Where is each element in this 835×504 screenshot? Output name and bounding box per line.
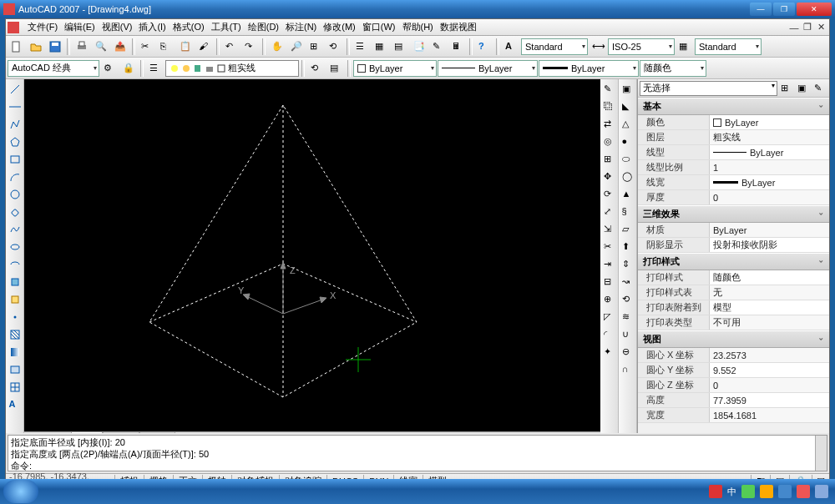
linetype-dropdown[interactable]: ByLayer [438, 60, 538, 77]
property-row[interactable]: 线型ByLayer [638, 145, 829, 160]
copy-button[interactable]: ⎘ [157, 38, 175, 56]
property-row[interactable]: 图层粗实线 [638, 130, 829, 145]
scale-tool[interactable]: ⤢ [601, 204, 618, 220]
property-row[interactable]: 圆心 Y 坐标9.552 [638, 363, 829, 378]
layer-props-button[interactable]: ☰ [146, 59, 164, 78]
property-group-header[interactable]: 三维效果 [638, 205, 829, 223]
undo-button[interactable]: ↶ [222, 38, 240, 56]
color-dropdown[interactable]: ByLayer [353, 60, 437, 77]
region-tool[interactable] [7, 361, 23, 378]
copy-tool[interactable]: ⿻ [601, 98, 618, 115]
box-tool[interactable]: ▣ [620, 81, 636, 98]
property-row[interactable]: 颜色ByLayer [638, 115, 829, 130]
property-row[interactable]: 打印样式表无 [638, 285, 829, 300]
calc-button[interactable]: 🖩 [448, 38, 467, 56]
explode-tool[interactable]: ✦ [601, 344, 618, 360]
line-tool[interactable] [7, 81, 23, 98]
property-value[interactable]: 不可用 [710, 315, 829, 330]
selection-dropdown[interactable]: 无选择 [640, 81, 777, 96]
tab-first-button[interactable]: ⏮ [24, 433, 36, 434]
tray-icon[interactable] [760, 485, 773, 498]
property-value[interactable]: 无 [710, 285, 829, 300]
new-button[interactable] [8, 38, 26, 56]
property-value[interactable]: 随颜色 [710, 270, 829, 285]
tray-icon[interactable] [741, 485, 755, 498]
menu-item[interactable]: 编辑(E) [61, 20, 99, 35]
cone-tool[interactable]: △ [620, 116, 636, 133]
gradient-tool[interactable] [7, 344, 23, 360]
print-button[interactable] [73, 38, 91, 56]
property-value[interactable]: 23.2573 [710, 348, 829, 362]
property-value[interactable]: 粗实线 [710, 130, 829, 144]
menu-item[interactable]: 文件(F) [24, 20, 61, 35]
property-value[interactable]: ByLayer [710, 115, 829, 129]
mdi-close-button[interactable]: ✕ [814, 22, 827, 33]
property-row[interactable]: 阴影显示投射和接收阴影 [638, 238, 829, 253]
torus-tool[interactable]: ◯ [620, 169, 636, 185]
open-button[interactable] [27, 38, 45, 56]
select-objects-button[interactable]: ▣ [796, 81, 811, 96]
array-tool[interactable]: ⊞ [601, 151, 618, 168]
spline-tool[interactable] [7, 221, 23, 238]
layout-tab[interactable]: 布局2 [139, 432, 176, 433]
tray-icon[interactable] [778, 485, 792, 498]
property-row[interactable]: 高度77.3959 [638, 393, 829, 408]
window-minimize-button[interactable]: — [750, 3, 772, 16]
property-value[interactable]: 投射和接收阴影 [710, 238, 829, 252]
menu-item[interactable]: 修改(M) [320, 20, 359, 35]
zoom-button[interactable]: 🔎 [287, 38, 306, 56]
planar-tool[interactable]: ▱ [620, 221, 636, 238]
match-props-button[interactable]: 🖌 [195, 38, 214, 56]
tab-last-button[interactable]: ⏭ [59, 433, 71, 434]
cylinder-tool[interactable]: ⬭ [620, 151, 636, 168]
menu-item[interactable]: 标注(N) [282, 20, 320, 35]
design-center-button[interactable]: ▦ [372, 38, 390, 56]
menu-item[interactable]: 数据视图 [437, 20, 480, 35]
property-row[interactable]: 圆心 X 坐标23.2573 [638, 348, 829, 363]
property-value[interactable]: 9.552 [710, 363, 829, 377]
tray-ime-icon[interactable] [709, 485, 722, 498]
property-value[interactable]: 1 [710, 160, 829, 174]
ellipse-arc-tool[interactable] [7, 256, 23, 273]
sphere-tool[interactable]: ● [620, 134, 636, 150]
property-group-header[interactable]: 基本 [638, 98, 829, 115]
markup-button[interactable]: ✎ [429, 38, 448, 56]
layer-prev-button[interactable]: ⟲ [307, 59, 326, 78]
union-tool[interactable]: ∪ [620, 326, 636, 343]
zoom-window-button[interactable]: ⊞ [306, 38, 325, 56]
layout-tab[interactable]: 布局1 [103, 432, 139, 433]
menu-item[interactable]: 工具(T) [208, 20, 245, 35]
save-button[interactable] [46, 38, 64, 56]
join-tool[interactable]: ⊕ [601, 291, 618, 308]
command-line[interactable]: 指定底面半径或 [内接(I)]: 20 指定高度或 [两点(2P)/轴端点(A)… [8, 435, 827, 471]
property-value[interactable]: ByLayer [710, 175, 829, 189]
helix-tool[interactable]: § [620, 204, 636, 220]
menu-item[interactable]: 视图(V) [99, 20, 136, 35]
workspace-lock-button[interactable]: 🔒 [119, 59, 138, 78]
help-button[interactable]: ? [475, 38, 493, 56]
break-tool[interactable]: ⊟ [601, 274, 618, 290]
point-tool[interactable] [7, 309, 23, 325]
property-value[interactable]: ByLayer [710, 145, 829, 159]
property-value[interactable]: 0 [710, 378, 829, 392]
lineweight-dropdown[interactable]: ByLayer [539, 60, 639, 77]
property-row[interactable]: 宽度1854.1681 [638, 408, 829, 423]
redo-button[interactable]: ↷ [241, 38, 260, 56]
menu-item[interactable]: 插入(I) [135, 20, 169, 35]
extrude-tool[interactable]: ⬆ [620, 239, 636, 255]
move-tool[interactable]: ✥ [601, 169, 618, 185]
tab-prev-button[interactable]: ◀ [36, 433, 48, 434]
menu-item[interactable]: 窗口(W) [359, 20, 399, 35]
plotstyle-dropdown[interactable]: 随颜色 [640, 60, 706, 77]
subtract-tool[interactable]: ⊖ [620, 344, 636, 360]
polygon-tool[interactable] [7, 134, 23, 150]
publish-button[interactable]: 📤 [111, 38, 129, 56]
revolve-tool[interactable]: ⟲ [620, 291, 636, 308]
zoom-prev-button[interactable]: ⟲ [326, 38, 344, 56]
table-tool[interactable] [7, 379, 23, 396]
mtext-tool[interactable]: A [7, 396, 23, 413]
layout-tab[interactable]: 模型 [71, 432, 103, 433]
circle-tool[interactable] [7, 186, 23, 203]
mdi-minimize-button[interactable]: — [787, 22, 801, 33]
pan-button[interactable]: ✋ [268, 38, 286, 56]
